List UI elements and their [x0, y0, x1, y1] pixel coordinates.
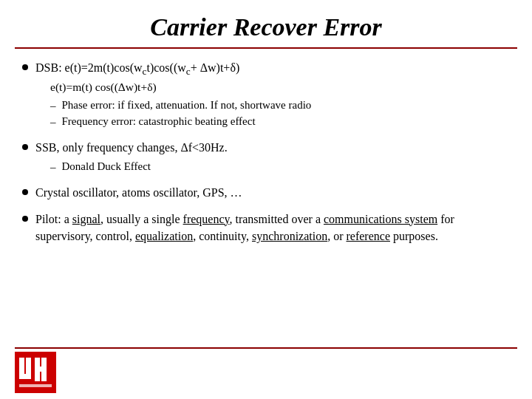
ssb-sub-1-text: Donald Duck Effect [62, 159, 151, 174]
footer-area [0, 349, 532, 399]
svg-rect-3 [26, 358, 31, 378]
bullet-ssb-content: SSB, only frequency changes, Δf<30Hz. – … [35, 139, 510, 175]
slide-title: Carrier Recover Error [22, 13, 510, 41]
dsb-sub-1: – Phase error: if fixed, attenuation. If… [50, 98, 510, 114]
pilot-link-sync[interactable]: synchronization [252, 230, 327, 242]
slide: Carrier Recover Error DSB: e(t)=2m(t)cos… [0, 0, 532, 399]
bullet-dot-1 [22, 64, 28, 70]
title-area: Carrier Recover Error [0, 0, 532, 47]
pilot-link-signal[interactable]: signal [72, 213, 100, 225]
ssb-sub-1: – Donald Duck Effect [50, 159, 510, 175]
pilot-link-reference[interactable]: reference [347, 230, 391, 242]
dsb-indent-line: e(t)=m(t) cos((Δw)t+δ) [50, 79, 510, 95]
pilot-link-comms[interactable]: communications system [324, 213, 437, 225]
bullet-dsb-content: DSB: e(t)=2m(t)cos(wct)cos((wc+ Δw)t+δ) … [35, 59, 510, 130]
pilot-text: Pilot: a signal, usually a single freque… [35, 213, 454, 242]
bullet-pilot-content: Pilot: a signal, usually a single freque… [35, 211, 510, 245]
ssb-sub-bullets: – Donald Duck Effect [50, 159, 510, 175]
sub-dash-2: – [50, 115, 56, 130]
dsb-sub-1-text: Phase error: if fixed, attenuation. If n… [62, 98, 312, 113]
svg-rect-6 [41, 358, 47, 381]
bullet-crystal: Crystal oscillator, atoms oscillator, GP… [22, 184, 510, 201]
bullet-dsb: DSB: e(t)=2m(t)cos(wct)cos((wc+ Δw)t+δ) … [22, 59, 510, 130]
ssb-main-text: SSB, only frequency changes, Δf<30Hz. [35, 141, 228, 154]
dsb-sub-2: – Frequency error: catastrophic beating … [50, 114, 510, 130]
bullet-dot-4 [22, 216, 28, 222]
bullet-dot-3 [22, 189, 28, 195]
bullet-crystal-content: Crystal oscillator, atoms oscillator, GP… [35, 184, 510, 201]
sub-dash-1: – [50, 98, 56, 114]
top-divider [15, 47, 517, 49]
pilot-link-frequency[interactable]: frequency [183, 213, 230, 225]
content-area: DSB: e(t)=2m(t)cos(wct)cos((wc+ Δw)t+δ) … [0, 52, 532, 344]
bullet-dot-2 [22, 144, 28, 150]
dsb-sub-bullets: – Phase error: if fixed, attenuation. If… [50, 98, 510, 130]
bullet-pilot: Pilot: a signal, usually a single freque… [22, 211, 510, 245]
bullet-ssb: SSB, only frequency changes, Δf<30Hz. – … [22, 139, 510, 175]
pilot-link-equalization[interactable]: equalization [135, 230, 193, 242]
sub-dash-3: – [50, 160, 56, 175]
dsb-main-text: DSB: e(t)=2m(t)cos(wct)cos((wc+ Δw)t+δ) [35, 61, 239, 74]
svg-rect-7 [19, 384, 52, 387]
uh-logo [15, 352, 56, 393]
crystal-main-text: Crystal oscillator, atoms oscillator, GP… [35, 186, 242, 199]
dsb-sub-2-text: Frequency error: catastrophic beating ef… [62, 114, 256, 129]
